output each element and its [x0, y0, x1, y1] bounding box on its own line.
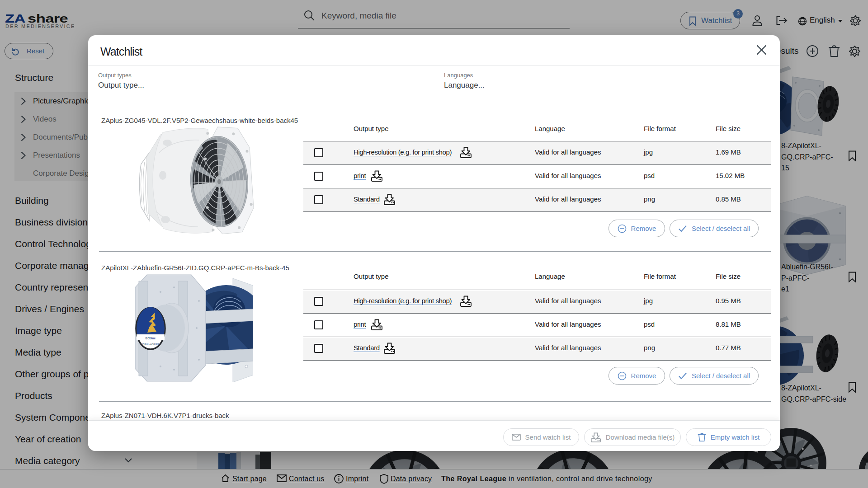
- svg-text:ECblue: ECblue: [146, 337, 156, 340]
- svg-text:ZIEHL-ABEGG: ZIEHL-ABEGG: [142, 343, 159, 346]
